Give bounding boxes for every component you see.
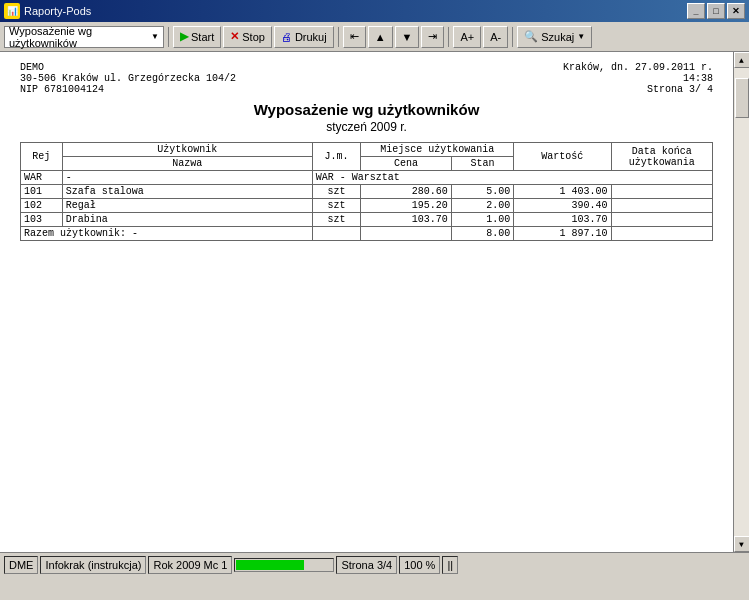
- cell-cena: 195.20: [361, 199, 451, 213]
- dropdown-label: Wyposażenie wg użytkowników: [9, 25, 151, 49]
- minimize-button[interactable]: _: [687, 3, 705, 19]
- cell-nr: 102: [21, 199, 63, 213]
- nav-prev-icon: ▲: [375, 31, 386, 43]
- window-title: Raporty-Pods: [24, 5, 91, 17]
- dropdown-arrow-icon: ▼: [151, 32, 159, 41]
- start-icon: ▶: [180, 30, 188, 43]
- stop-label: Stop: [242, 31, 265, 43]
- stop-icon: ✕: [230, 30, 239, 43]
- header-data: Data końca użytkowania: [611, 143, 713, 171]
- subtotal-data: [611, 227, 713, 241]
- separator-1: [168, 27, 169, 47]
- search-button[interactable]: 🔍 Szukaj ▼: [517, 26, 592, 48]
- table-row: 101 Szafa stalowa szt 280.60 5.00 1 403.…: [21, 185, 713, 199]
- zoom-in-button[interactable]: A+: [453, 26, 481, 48]
- report-subtitle: styczeń 2009 r.: [20, 120, 713, 134]
- start-button[interactable]: ▶ Start: [173, 26, 221, 48]
- nav-next-icon: ▼: [402, 31, 413, 43]
- group-row-war: WAR - WAR - Warsztat: [21, 171, 713, 185]
- cell-data: [611, 185, 713, 199]
- zoom-in-label: A+: [460, 31, 474, 43]
- stop-button[interactable]: ✕ Stop: [223, 26, 272, 48]
- cell-data: [611, 199, 713, 213]
- printer-icon: 🖨: [281, 31, 292, 43]
- cell-wartosc: 103.70: [514, 213, 611, 227]
- status-zoom: 100 %: [399, 556, 440, 574]
- nav-last-button[interactable]: ⇥: [421, 26, 444, 48]
- group-rej: WAR: [21, 171, 63, 185]
- close-button[interactable]: ✕: [727, 3, 745, 19]
- main-area: DEMO 30-506 Kraków ul. Grzegórzecka 104/…: [0, 52, 749, 552]
- cell-nr: 101: [21, 185, 63, 199]
- separator-4: [512, 27, 513, 47]
- nav-first-button[interactable]: ⇤: [343, 26, 366, 48]
- group-name: WAR - Warsztat: [312, 171, 712, 185]
- header-nazwa: Nazwa: [62, 157, 312, 171]
- print-button[interactable]: 🖨 Drukuj: [274, 26, 334, 48]
- status-demo: DME: [4, 556, 38, 574]
- nav-last-icon: ⇥: [428, 30, 437, 43]
- report-date: Kraków, dn. 27.09.2011 r. 14:38 Strona 3…: [563, 62, 713, 95]
- cell-data: [611, 213, 713, 227]
- nav-prev-button[interactable]: ▲: [368, 26, 393, 48]
- app-icon: 📊: [4, 3, 20, 19]
- progress-bar-container: [234, 558, 334, 572]
- cell-nr: 103: [21, 213, 63, 227]
- zoom-out-button[interactable]: A-: [483, 26, 508, 48]
- print-label: Drukuj: [295, 31, 327, 43]
- scroll-up-button[interactable]: ▲: [734, 52, 750, 68]
- status-extra: ||: [442, 556, 458, 574]
- header-wartosc: Wartość: [514, 143, 611, 171]
- table-header-row-1: Rej Użytkownik J.m. Miejsce użytkowania …: [21, 143, 713, 157]
- title-bar: 📊 Raporty-Pods _ □ ✕: [0, 0, 749, 22]
- cell-wartosc: 1 403.00: [514, 185, 611, 199]
- title-bar-buttons: _ □ ✕: [687, 3, 745, 19]
- scroll-down-button[interactable]: ▼: [734, 536, 750, 552]
- search-label: Szukaj: [541, 31, 574, 43]
- cell-cena: 280.60: [361, 185, 451, 199]
- scrollbar-track[interactable]: [734, 68, 749, 536]
- cell-stan: 2.00: [451, 199, 514, 213]
- table-row: 102 Regał szt 195.20 2.00 390.40: [21, 199, 713, 213]
- cell-stan: 5.00: [451, 185, 514, 199]
- scrollbar-thumb[interactable]: [735, 78, 749, 118]
- vertical-scrollbar[interactable]: ▲ ▼: [733, 52, 749, 552]
- cell-nazwa: Regał: [62, 199, 312, 213]
- cell-jm: szt: [312, 213, 361, 227]
- nav-next-button[interactable]: ▼: [395, 26, 420, 48]
- report-page: Strona 3/ 4: [563, 84, 713, 95]
- subtotal-cena: [361, 227, 451, 241]
- report-header: DEMO 30-506 Kraków ul. Grzegórzecka 104/…: [20, 62, 713, 95]
- report-table: Rej Użytkownik J.m. Miejsce użytkowania …: [20, 142, 713, 241]
- header-jm: J.m.: [312, 143, 361, 171]
- subtotal-label: Razem użytkownik: -: [21, 227, 313, 241]
- cell-jm: szt: [312, 185, 361, 199]
- nav-first-icon: ⇤: [350, 30, 359, 43]
- report-time: 14:38: [563, 73, 713, 84]
- subtotal-jm: [312, 227, 361, 241]
- maximize-button[interactable]: □: [707, 3, 725, 19]
- company-address: 30-506 Kraków ul. Grzegórzecka 104/2: [20, 73, 236, 84]
- header-stan: Stan: [451, 157, 514, 171]
- company-info: DEMO 30-506 Kraków ul. Grzegórzecka 104/…: [20, 62, 236, 95]
- title-bar-left: 📊 Raporty-Pods: [4, 3, 91, 19]
- cell-nazwa: Szafa stalowa: [62, 185, 312, 199]
- cell-wartosc: 390.40: [514, 199, 611, 213]
- search-dropdown-icon: ▼: [577, 32, 585, 41]
- cell-nazwa: Drabina: [62, 213, 312, 227]
- cell-cena: 103.70: [361, 213, 451, 227]
- separator-3: [448, 27, 449, 47]
- cell-stan: 1.00: [451, 213, 514, 227]
- company-nip: NIP 6781004124: [20, 84, 236, 95]
- subtotal-stan: 8.00: [451, 227, 514, 241]
- report-dropdown[interactable]: Wyposażenie wg użytkowników ▼: [4, 26, 164, 48]
- status-infokrak: Infokrak (instrukcja): [40, 556, 146, 574]
- company-name: DEMO: [20, 62, 236, 73]
- start-label: Start: [191, 31, 214, 43]
- status-rok: Rok 2009 Mc 1: [148, 556, 232, 574]
- statusbar: DME Infokrak (instrukcja) Rok 2009 Mc 1 …: [0, 552, 749, 576]
- progress-bar-fill: [236, 560, 303, 570]
- subtotal-wartosc: 1 897.10: [514, 227, 611, 241]
- toolbar: Wyposażenie wg użytkowników ▼ ▶ Start ✕ …: [0, 22, 749, 52]
- separator-2: [338, 27, 339, 47]
